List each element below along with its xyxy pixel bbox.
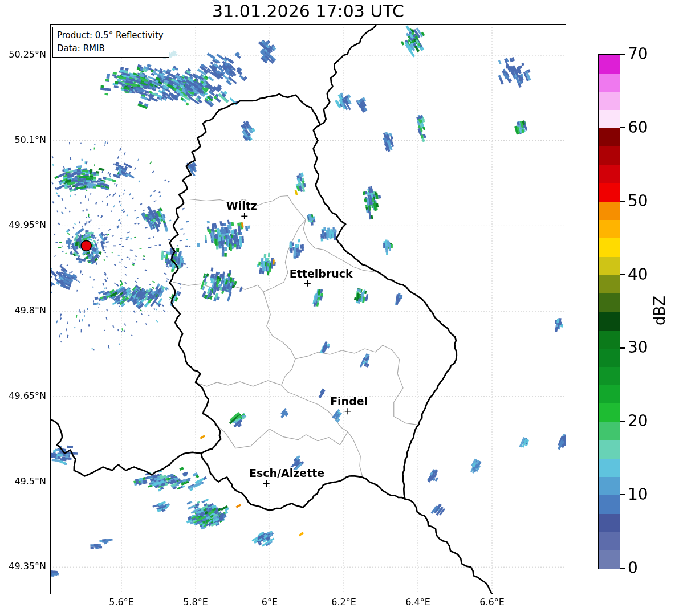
y-tick-label: 49.8°N xyxy=(0,305,46,316)
city-label: Findel xyxy=(330,395,368,407)
colorbar-tick-label: 30 xyxy=(628,338,648,357)
colorbar-tick-label: 50 xyxy=(628,191,648,210)
colorbar-segment xyxy=(599,146,620,165)
colorbar-tick-mark xyxy=(620,274,625,275)
colorbar-segment xyxy=(599,532,620,550)
colorbar-axis-label: dBZ xyxy=(651,296,668,325)
colorbar-segment xyxy=(599,256,620,275)
colorbar-segment xyxy=(599,91,620,110)
colorbar-tick-mark xyxy=(620,494,625,495)
x-tick-label: 6.6°E xyxy=(479,597,505,607)
product-info-box: Product: 0.5° Reflectivity Data: RMIB xyxy=(52,27,169,58)
colorbar-segment xyxy=(599,128,620,147)
city-label: Wiltz xyxy=(226,199,257,212)
city-label: Esch/Alzette xyxy=(249,467,324,479)
colorbar-tick-label: 60 xyxy=(628,118,648,137)
y-tick-label: 49.35°N xyxy=(0,561,46,572)
colorbar-segment xyxy=(599,495,620,514)
colorbar-segment xyxy=(599,275,620,293)
colorbar-segment xyxy=(599,403,620,422)
colorbar-segment xyxy=(599,513,620,532)
colorbar-segment xyxy=(599,458,620,477)
city-label: Ettelbruck xyxy=(290,267,353,280)
colorbar-segment xyxy=(599,220,620,239)
y-tick-label: 50.25°N xyxy=(0,49,46,60)
colorbar-segment xyxy=(599,109,620,128)
data-source-line: Data: RMIB xyxy=(57,42,164,55)
colorbar-segment xyxy=(599,312,620,331)
colorbar-segment xyxy=(599,550,620,569)
colorbar-tick-label: 20 xyxy=(628,411,648,430)
colorbar-segment xyxy=(599,385,620,404)
radar-figure: 31.01.2026 17:03 UTC Product: 0.5° Refle… xyxy=(0,0,675,616)
colorbar-segment xyxy=(599,366,620,385)
colorbar-tick-label: 10 xyxy=(628,485,648,504)
colorbar-segment xyxy=(599,55,620,74)
colorbar-tick-mark xyxy=(620,421,625,422)
colorbar-segment xyxy=(599,330,620,349)
colorbar-segment xyxy=(599,73,620,92)
colorbar-segment xyxy=(599,440,620,459)
colorbar-tick-mark xyxy=(620,347,625,348)
y-tick-label: 49.5°N xyxy=(0,476,46,487)
colorbar xyxy=(598,54,620,569)
x-tick-label: 5.8°E xyxy=(183,597,208,607)
radar-map-canvas xyxy=(0,0,675,616)
colorbar-tick-label: 70 xyxy=(628,44,648,63)
x-tick-label: 6.4°E xyxy=(405,597,430,607)
colorbar-tick-mark xyxy=(620,127,625,128)
figure-title: 31.01.2026 17:03 UTC xyxy=(50,1,566,21)
colorbar-segment xyxy=(599,183,620,202)
colorbar-segment xyxy=(599,422,620,440)
x-tick-label: 6.2°E xyxy=(331,597,356,607)
colorbar-segment xyxy=(599,293,620,312)
y-tick-label: 49.95°N xyxy=(0,219,46,230)
colorbar-tick-label: 40 xyxy=(628,265,648,284)
colorbar-segment xyxy=(599,238,620,257)
colorbar-segment xyxy=(599,477,620,496)
colorbar-tick-mark xyxy=(620,201,625,202)
colorbar-segment xyxy=(599,165,620,183)
colorbar-tick-mark xyxy=(620,568,625,569)
colorbar-tick-mark xyxy=(620,54,625,55)
colorbar-segment xyxy=(599,348,620,367)
x-tick-label: 6°E xyxy=(262,597,278,607)
colorbar-segment xyxy=(599,201,620,220)
x-tick-label: 5.6°E xyxy=(109,597,134,607)
product-line: Product: 0.5° Reflectivity xyxy=(57,29,164,42)
colorbar-tick-label: 0 xyxy=(628,558,638,577)
y-tick-label: 49.65°N xyxy=(0,390,46,401)
y-tick-label: 50.1°N xyxy=(0,134,46,145)
